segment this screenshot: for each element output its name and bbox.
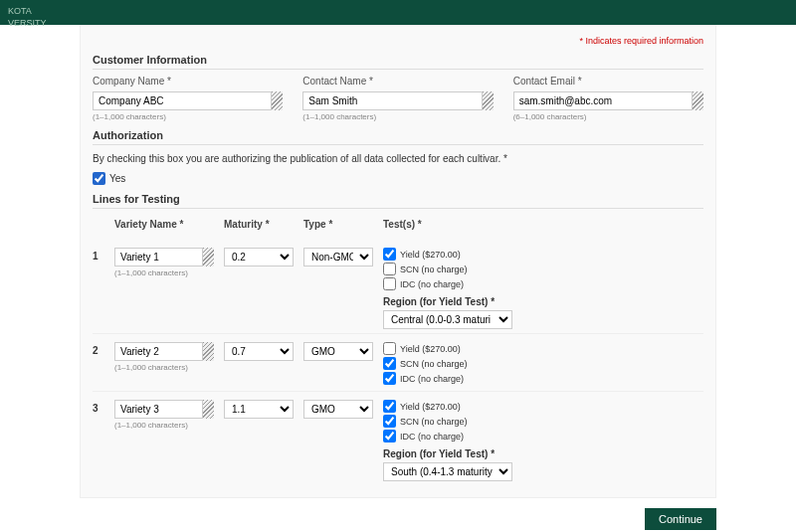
auth-yes-label: Yes	[109, 173, 125, 184]
col-header-type: Type *	[303, 219, 373, 230]
col-header-tests: Test(s) *	[383, 219, 703, 230]
label-company: Company Name *	[93, 76, 283, 87]
test-row: 1 (1–1,000 characters) 0.2 Non-GMO Yield…	[93, 240, 703, 329]
brand-text-1: KOTA	[8, 6, 32, 16]
hint-company: (1–1,000 characters)	[93, 112, 283, 121]
yield-checkbox[interactable]	[383, 342, 396, 355]
section-customer-info: Customer Information	[93, 54, 703, 70]
maturity-select[interactable]: 0.2	[224, 248, 294, 266]
yield-label: Yield ($270.00)	[400, 402, 461, 412]
yield-checkbox[interactable]	[383, 248, 396, 261]
idc-label: IDC (no charge)	[400, 374, 464, 384]
resize-icon[interactable]	[202, 400, 214, 419]
company-input[interactable]	[93, 91, 283, 110]
idc-checkbox[interactable]	[383, 372, 396, 385]
type-select[interactable]: Non-GMO	[303, 248, 373, 266]
hint-variety: (1–1,000 characters)	[114, 268, 214, 277]
region-label: Region (for Yield Test) *	[383, 448, 703, 459]
form-panel: * Indicates required information Custome…	[80, 25, 716, 498]
scn-checkbox[interactable]	[383, 415, 396, 428]
yield-checkbox[interactable]	[383, 400, 396, 413]
col-header-variety: Variety Name *	[114, 219, 214, 230]
contact-name-input[interactable]	[302, 91, 493, 110]
hint-contact-email: (6–1,000 characters)	[513, 112, 703, 121]
resize-icon[interactable]	[202, 342, 214, 361]
authorization-text: By checking this box you are authorizing…	[93, 153, 703, 164]
hint-variety: (1–1,000 characters)	[114, 363, 214, 372]
idc-label: IDC (no charge)	[400, 279, 464, 289]
continue-button[interactable]: Continue	[645, 508, 716, 530]
contact-email-input[interactable]	[513, 91, 703, 110]
idc-checkbox[interactable]	[383, 430, 396, 443]
yield-label: Yield ($270.00)	[400, 344, 461, 354]
resize-icon[interactable]	[482, 91, 494, 110]
variety-input[interactable]	[114, 400, 214, 419]
region-label: Region (for Yield Test) *	[383, 296, 703, 307]
maturity-select[interactable]: 0.7	[224, 342, 294, 361]
resize-icon[interactable]	[202, 248, 214, 266]
type-select[interactable]: GMO	[303, 342, 373, 361]
scn-checkbox[interactable]	[383, 263, 396, 275]
type-select[interactable]: GMO	[303, 400, 373, 419]
idc-checkbox[interactable]	[383, 277, 396, 290]
resize-icon[interactable]	[692, 91, 703, 110]
brand-text-2: VERSITY	[8, 18, 47, 28]
top-header: KOTA VERSITY	[0, 0, 796, 25]
auth-checkbox[interactable]	[93, 172, 105, 185]
scn-checkbox[interactable]	[383, 357, 396, 370]
variety-input[interactable]	[114, 342, 214, 361]
section-authorization: Authorization	[93, 129, 703, 145]
maturity-select[interactable]: 1.1	[224, 400, 294, 419]
label-contact-email: Contact Email *	[513, 76, 703, 87]
test-row: 2 (1–1,000 characters) 0.7 GMO Yield ($2…	[93, 333, 703, 387]
region-select[interactable]: Central (0.0-0.3 maturi	[383, 310, 512, 329]
hint-contact-name: (1–1,000 characters)	[302, 112, 493, 121]
region-select[interactable]: South (0.4-1.3 maturity	[383, 462, 512, 481]
variety-input[interactable]	[114, 248, 214, 266]
label-contact-name: Contact Name *	[302, 76, 493, 87]
row-number: 2	[93, 342, 104, 387]
hint-variety: (1–1,000 characters)	[114, 421, 214, 430]
col-header-maturity: Maturity *	[224, 219, 294, 230]
scn-label: SCN (no charge)	[400, 417, 468, 427]
required-note: * Indicates required information	[93, 36, 703, 46]
idc-label: IDC (no charge)	[400, 432, 464, 442]
scn-label: SCN (no charge)	[400, 359, 468, 369]
yield-label: Yield ($270.00)	[400, 250, 461, 260]
row-number: 1	[93, 248, 104, 329]
scn-label: SCN (no charge)	[400, 265, 468, 274]
resize-icon[interactable]	[271, 91, 283, 110]
section-lines: Lines for Testing	[93, 193, 703, 209]
row-number: 3	[93, 400, 104, 481]
test-row: 3 (1–1,000 characters) 1.1 GMO Yield ($2…	[93, 391, 703, 481]
